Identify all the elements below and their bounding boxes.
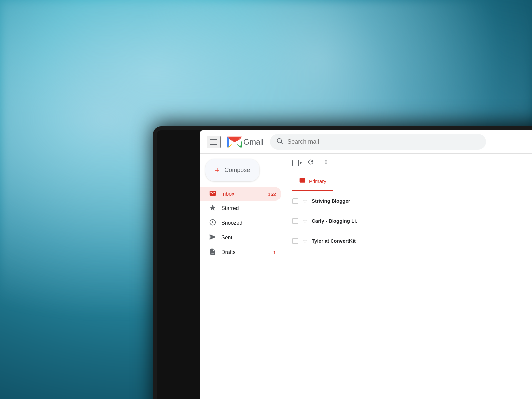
gmail-main: ▾ — [287, 154, 532, 399]
gmail-header: Gmail — [200, 130, 532, 154]
gmail-sidebar: + Compose Inbox 152 — [200, 154, 287, 399]
email-row[interactable]: ☆ Striving Blogger — [287, 191, 532, 211]
svg-marker-2 — [240, 139, 242, 147]
email-row[interactable]: ☆ Carly - Blogging Li. — [287, 211, 532, 231]
email-checkbox-1[interactable] — [292, 198, 298, 204]
svg-point-6 — [277, 139, 282, 143]
search-bar[interactable] — [270, 134, 486, 150]
email-star-2[interactable]: ☆ — [302, 217, 308, 225]
more-options-button[interactable] — [320, 156, 332, 170]
search-icon — [276, 137, 283, 146]
drafts-icon — [209, 248, 217, 257]
hamburger-line-1 — [210, 139, 217, 140]
sidebar-snoozed-label: Snoozed — [221, 220, 276, 226]
gmail-m-icon — [227, 136, 242, 148]
svg-marker-1 — [227, 136, 242, 142]
email-star-3[interactable]: ☆ — [302, 237, 308, 245]
inbox-icon — [209, 190, 217, 199]
sidebar-starred-label: Starred — [221, 205, 276, 211]
search-input[interactable] — [287, 138, 480, 145]
compose-plus-icon: + — [215, 165, 220, 175]
email-sender-1: Striving Blogger — [312, 198, 385, 204]
email-sender-3: Tyler at ConvertKit — [312, 238, 385, 244]
sidebar-item-sent[interactable]: Sent — [200, 230, 281, 245]
gmail-logo: Gmail — [227, 136, 263, 148]
gmail-screen: Gmail + — [200, 130, 532, 399]
select-all-wrap[interactable]: ▾ — [292, 160, 302, 166]
compose-button[interactable]: + Compose — [205, 159, 259, 181]
sidebar-sent-label: Sent — [221, 235, 276, 241]
sidebar-item-snoozed[interactable]: Snoozed — [200, 216, 281, 230]
sidebar-drafts-count: 1 — [273, 250, 276, 255]
email-row[interactable]: ☆ Tyler at ConvertKit — [287, 231, 532, 251]
tab-primary-label: Primary — [309, 178, 326, 184]
select-all-checkbox[interactable] — [292, 160, 299, 166]
email-star-1[interactable]: ☆ — [302, 198, 308, 205]
tab-primary[interactable]: Primary — [292, 172, 333, 191]
hamburger-line-3 — [210, 144, 217, 145]
sidebar-item-drafts[interactable]: Drafts 1 — [200, 245, 281, 260]
email-sender-2: Carly - Blogging Li. — [312, 218, 385, 224]
sidebar-inbox-label: Inbox — [221, 191, 263, 197]
gmail-body: + Compose Inbox 152 — [200, 154, 532, 399]
device-frame: Gmail + — [153, 126, 532, 399]
tabs-row: Primary — [287, 172, 532, 191]
screen-bezel: Gmail + — [157, 130, 532, 399]
menu-button[interactable] — [207, 136, 221, 148]
hamburger-line-2 — [210, 142, 217, 142]
compose-label: Compose — [224, 167, 250, 174]
refresh-button[interactable] — [304, 156, 317, 170]
sidebar-inbox-count: 152 — [268, 191, 276, 197]
star-icon — [209, 204, 217, 213]
email-checkbox-3[interactable] — [292, 238, 298, 244]
sent-icon — [209, 233, 217, 242]
gmail-title: Gmail — [243, 137, 263, 147]
email-checkbox-2[interactable] — [292, 218, 298, 224]
sidebar-item-starred[interactable]: Starred — [200, 201, 281, 216]
toolbar: ▾ — [287, 154, 532, 172]
primary-tab-icon — [299, 177, 306, 185]
sidebar-item-inbox[interactable]: Inbox 152 — [200, 187, 281, 201]
select-dropdown-arrow[interactable]: ▾ — [300, 161, 302, 165]
email-list: ☆ Striving Blogger ☆ Carly - Blogging Li… — [287, 191, 532, 399]
svg-line-7 — [281, 142, 282, 144]
snoozed-icon — [209, 219, 217, 228]
sidebar-drafts-label: Drafts — [221, 249, 269, 255]
